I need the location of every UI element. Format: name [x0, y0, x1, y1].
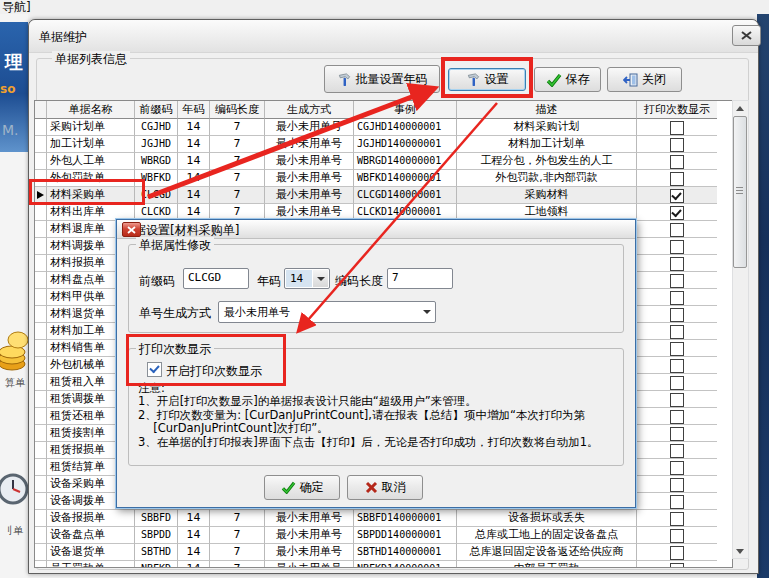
print-count-checkbox[interactable]	[670, 172, 684, 186]
print-count-checkbox[interactable]	[670, 240, 684, 254]
print-count-checkbox[interactable]	[670, 546, 684, 560]
cell-generation-mode[interactable]: 最小未用单号	[265, 544, 354, 561]
cell-code-length[interactable]: 7	[210, 153, 265, 170]
cell-prefix-code[interactable]: WBFKD	[135, 170, 178, 187]
cell-example[interactable]: CGJHD140000001	[354, 119, 457, 136]
print-count-checkbox[interactable]	[670, 342, 684, 356]
table-row[interactable]: 采购计划单CGJHD147最小未用单号CGJHD140000001材料采购计划	[35, 119, 718, 136]
cell-example[interactable]: WBFKD140000001	[354, 170, 457, 187]
cell-generation-mode[interactable]: 最小未用单号	[265, 136, 354, 153]
cell-prefix-code[interactable]: WBRGD	[135, 153, 178, 170]
print-count-checkbox[interactable]	[670, 410, 684, 424]
cell-year-code[interactable]: 14	[178, 153, 210, 170]
cell-description[interactable]: 总库退回固定设备返还给供应商	[457, 544, 637, 561]
cell-code-length[interactable]: 7	[210, 527, 265, 544]
cell-generation-mode[interactable]: 最小未用单号	[265, 153, 354, 170]
cell-code-length[interactable]: 7	[210, 136, 265, 153]
cell-year-code[interactable]: 14	[178, 136, 210, 153]
cell-generation-mode[interactable]: 最小未用单号	[265, 119, 354, 136]
cell-document-name[interactable]: 员工罚款单	[47, 561, 135, 568]
cell-document-name[interactable]: 外包罚款单	[47, 170, 135, 187]
print-count-checkbox[interactable]	[670, 495, 684, 509]
nav-item-label[interactable]: 算单	[5, 376, 25, 390]
table-row[interactable]: 员工罚款单NBFKD147最小未用单号NBFKD140000001内部员工罚款	[35, 561, 718, 568]
cell-document-name[interactable]: 采购计划单	[47, 119, 135, 136]
print-count-checkbox[interactable]	[670, 393, 684, 407]
print-count-checkbox[interactable]	[670, 257, 684, 271]
cell-example[interactable]: SBTHD140000001	[354, 544, 457, 561]
scroll-down-arrow[interactable]	[733, 544, 746, 558]
cell-prefix-code[interactable]: SBTHD	[135, 544, 178, 561]
cell-description[interactable]: 工程分包，外包发生的人工	[457, 153, 637, 170]
cell-code-length[interactable]: 7	[210, 561, 265, 568]
cell-generation-mode[interactable]: 最小未用单号	[265, 561, 354, 568]
window-close-button[interactable]	[732, 25, 761, 46]
cell-year-code[interactable]: 14	[178, 170, 210, 187]
cell-year-code[interactable]: 14	[178, 187, 210, 204]
cell-year-code[interactable]: 14	[178, 119, 210, 136]
cell-example[interactable]: NBFKD140000001	[354, 561, 457, 568]
cell-generation-mode[interactable]: 最小未用单号	[265, 510, 354, 527]
print-count-checkbox[interactable]	[670, 376, 684, 390]
cell-prefix-code[interactable]: CLCGD	[135, 187, 178, 204]
chevron-down-icon[interactable]	[313, 270, 328, 287]
cell-example[interactable]: JGJHD140000001	[354, 136, 457, 153]
cell-document-name[interactable]: 设备报损单	[47, 510, 135, 527]
cell-year-code[interactable]: 14	[178, 544, 210, 561]
print-count-checkbox[interactable]	[670, 138, 684, 152]
cell-year-code[interactable]: 14	[178, 527, 210, 544]
row-indicator-header[interactable]	[35, 101, 47, 119]
cell-generation-mode[interactable]: 最小未用单号	[265, 170, 354, 187]
cell-year-code[interactable]: 14	[178, 561, 210, 568]
cell-example[interactable]: SBPDD140000001	[354, 527, 457, 544]
print-count-checkbox[interactable]	[670, 359, 684, 373]
print-count-checkbox[interactable]	[670, 563, 684, 568]
ok-button[interactable]: 确定	[264, 475, 340, 500]
print-count-checkbox[interactable]	[670, 427, 684, 441]
cell-document-name[interactable]: 外包人工单	[47, 153, 135, 170]
print-count-checkbox[interactable]	[670, 461, 684, 475]
code-length-input[interactable]: 7	[387, 268, 453, 289]
nav-item-label[interactable]: 刂单	[3, 524, 23, 538]
settings-button[interactable]: 设置	[448, 68, 526, 91]
chevron-down-icon[interactable]	[419, 303, 434, 321]
cell-description[interactable]: 内部员工罚款	[457, 561, 637, 568]
dialog-close-button[interactable]	[122, 222, 141, 237]
cell-description[interactable]: 材料加工计划单	[457, 136, 637, 153]
cell-example[interactable]: WBRGD140000001	[354, 153, 457, 170]
table-row[interactable]: 加工计划单JGJHD147最小未用单号JGJHD140000001材料加工计划单	[35, 136, 718, 153]
column-header[interactable]: 事例	[354, 101, 457, 119]
prefix-input[interactable]: CLCGD	[183, 268, 249, 289]
cell-prefix-code[interactable]: JGJHD	[135, 136, 178, 153]
column-header[interactable]: 编码长度	[210, 101, 265, 119]
cell-code-length[interactable]: 7	[210, 170, 265, 187]
cell-prefix-code[interactable]: SBPDD	[135, 527, 178, 544]
cell-example[interactable]: SBBFD140000001	[354, 510, 457, 527]
print-count-checkbox[interactable]	[670, 308, 684, 322]
print-count-checkbox[interactable]	[670, 189, 684, 203]
table-vertical-scrollbar[interactable]	[732, 100, 749, 559]
scroll-up-arrow[interactable]	[733, 101, 746, 115]
column-header[interactable]: 描述	[457, 101, 637, 119]
window-titlebar[interactable]: 单据维护	[29, 20, 758, 53]
batch-set-year-button[interactable]: 批量设置年码	[324, 65, 440, 93]
cancel-button[interactable]: 取消	[347, 475, 423, 500]
close-button[interactable]: 关闭	[607, 67, 682, 92]
save-button[interactable]: 保存	[534, 67, 601, 92]
cell-code-length[interactable]: 7	[210, 119, 265, 136]
print-count-checkbox[interactable]	[670, 444, 684, 458]
cell-description[interactable]: 设备损坏或丢失	[457, 510, 637, 527]
column-header[interactable]: 前缀码	[135, 101, 178, 119]
column-header[interactable]: 年码	[178, 101, 210, 119]
cell-example[interactable]: CLCGD140000001	[354, 187, 457, 204]
cell-code-length[interactable]: 7	[210, 510, 265, 527]
column-header[interactable]: 打印次数显示	[637, 101, 718, 119]
cell-code-length[interactable]: 7	[210, 187, 265, 204]
column-header[interactable]: 单据名称	[47, 101, 135, 119]
cell-document-name[interactable]: 设备盘点单	[47, 527, 135, 544]
cell-description[interactable]: 材料采购计划	[457, 119, 637, 136]
print-count-checkbox[interactable]	[670, 206, 684, 220]
table-row[interactable]: 设备退货单SBTHD147最小未用单号SBTHD140000001总库退回固定设…	[35, 544, 718, 561]
table-row[interactable]: 材料采购单CLCGD147最小未用单号CLCGD140000001采购材料	[35, 187, 718, 204]
cell-description[interactable]: 外包罚款,非内部罚款	[457, 170, 637, 187]
